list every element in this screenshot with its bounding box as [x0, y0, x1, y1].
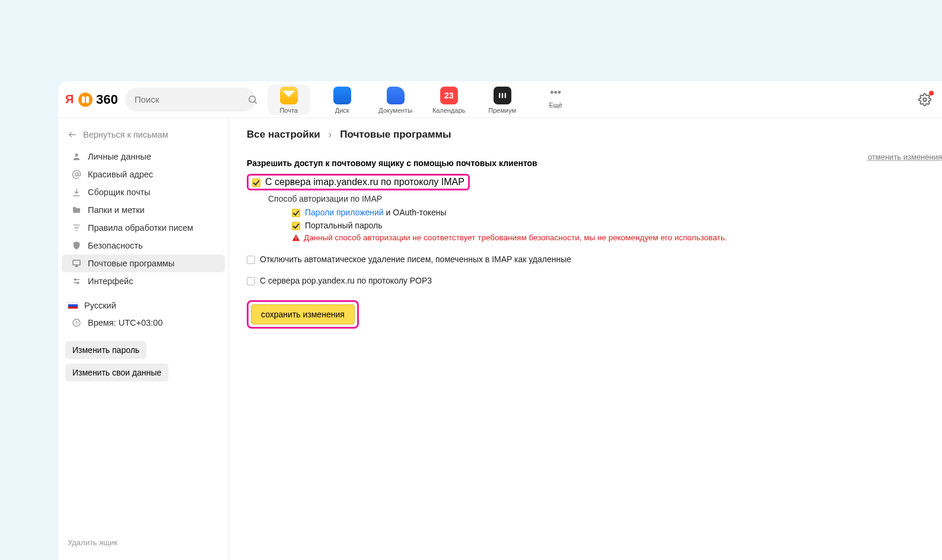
- section-title: Разрешить доступ к почтовому ящику с пом…: [247, 158, 924, 168]
- disable-autodelete-label: Отключить автоматическое удаление писем,…: [260, 254, 571, 264]
- app-mail[interactable]: Почта: [268, 84, 310, 115]
- svg-point-14: [75, 279, 77, 281]
- sidebar-item-label: Сборщик почты: [88, 187, 151, 197]
- sidebar-item-personal[interactable]: Личные данные: [62, 148, 225, 166]
- person-icon: [71, 151, 82, 162]
- search-input[interactable]: [135, 94, 247, 104]
- logo-text: 360: [96, 92, 118, 107]
- sidebar-item-mail-clients[interactable]: Почтовые программы: [62, 254, 225, 272]
- sidebar-item-pretty-address[interactable]: Красивый адрес: [62, 166, 225, 183]
- at-icon: [71, 169, 82, 180]
- sidebar-item-collector[interactable]: Сборщик почты: [62, 183, 225, 201]
- auth-method-title: Способ авторизации по IMAP: [268, 194, 924, 203]
- search-icon[interactable]: [247, 94, 258, 105]
- language-selector[interactable]: Русский: [58, 297, 228, 314]
- app-docs-label: Документы: [378, 107, 412, 114]
- sidebar-item-label: Папки и метки: [88, 205, 145, 215]
- svg-point-0: [249, 96, 256, 103]
- app-more[interactable]: ••• Ещё: [534, 84, 577, 110]
- apps-nav: Почта Диск Документы 23 Календарь Премиу…: [268, 84, 577, 115]
- checkbox-portal-password[interactable]: [292, 222, 300, 230]
- app-disk[interactable]: Диск: [321, 84, 364, 115]
- settings-button[interactable]: [915, 90, 935, 110]
- logo-ya-icon: Я: [65, 93, 77, 107]
- arrow-left-icon: [68, 130, 77, 139]
- app-docs[interactable]: Документы: [374, 84, 417, 115]
- app-premium-label: Премиум: [488, 107, 516, 114]
- checkbox-pop3[interactable]: [247, 277, 255, 285]
- app-passwords-link[interactable]: Пароли приложений: [305, 208, 384, 217]
- svg-rect-3: [502, 93, 503, 98]
- breadcrumb: Все настройки › Почтовые программы: [247, 129, 924, 141]
- app-calendar[interactable]: 23 Календарь: [428, 84, 470, 115]
- filter-icon: [71, 222, 82, 233]
- monitor-icon: [71, 258, 82, 269]
- save-button[interactable]: сохранить изменения: [251, 304, 355, 324]
- docs-icon: [387, 87, 405, 104]
- sidebar-item-folders[interactable]: Папки и метки: [62, 201, 225, 219]
- logo-orb-icon: [78, 93, 93, 107]
- logo[interactable]: Я 360: [65, 92, 118, 107]
- svg-rect-2: [499, 93, 500, 98]
- svg-point-7: [75, 154, 78, 157]
- highlight-imap: С сервера imap.yandex.ru по протоколу IM…: [247, 174, 470, 190]
- folder-icon: [71, 205, 82, 215]
- breadcrumb-current: Почтовые программы: [340, 129, 451, 141]
- chevron-right-icon: ›: [329, 129, 332, 141]
- checkbox-app-passwords[interactable]: [292, 209, 300, 217]
- highlight-save: сохранить изменения: [247, 300, 359, 329]
- svg-point-15: [77, 282, 79, 284]
- svg-point-8: [75, 173, 78, 176]
- search-input-wrap[interactable]: [125, 88, 256, 112]
- sidebar-item-security[interactable]: Безопасность: [62, 237, 225, 254]
- timezone[interactable]: Время: UTC+03:00: [62, 314, 225, 332]
- app-passwords-suffix: и OAuth-токены: [384, 208, 447, 217]
- sidebar-item-label: Личные данные: [88, 152, 151, 161]
- svg-point-5: [923, 98, 927, 101]
- checkbox-imap[interactable]: [252, 179, 260, 187]
- app-premium[interactable]: Премиум: [481, 84, 524, 115]
- warning-label: Данный способ авторизации не соответству…: [304, 233, 727, 242]
- disk-icon: [333, 87, 351, 104]
- app-disk-label: Диск: [335, 107, 349, 114]
- main-content: Все настройки › Почтовые программы отмен…: [229, 118, 942, 560]
- app-mail-label: Почта: [279, 107, 298, 114]
- change-data-button[interactable]: Изменить свои данные: [65, 364, 168, 381]
- mail-icon: [280, 87, 298, 104]
- breadcrumb-root[interactable]: Все настройки: [247, 129, 320, 141]
- svg-rect-4: [504, 93, 505, 98]
- checkbox-disable-autodelete[interactable]: [247, 256, 255, 264]
- warning-text: Данный способ авторизации не соответству…: [292, 233, 924, 242]
- app-passwords-text: Пароли приложений и OAuth-токены: [305, 208, 447, 217]
- delete-mailbox-link[interactable]: Удалить ящик: [58, 532, 228, 553]
- sidebar-item-rules[interactable]: Правила обработки писем: [62, 219, 225, 237]
- premium-icon: [494, 87, 511, 104]
- imap-label: С сервера imap.yandex.ru по протоколу IM…: [265, 177, 464, 187]
- sidebar: Вернуться к письмам Личные данные Красив…: [58, 118, 229, 560]
- app-more-label: Ещё: [549, 101, 562, 109]
- svg-rect-9: [73, 260, 80, 265]
- sidebar-item-label: Безопасность: [88, 241, 143, 250]
- back-to-mail[interactable]: Вернуться к письмам: [58, 125, 228, 148]
- back-label: Вернуться к письмам: [83, 130, 168, 139]
- warning-icon: [292, 234, 300, 242]
- svg-line-1: [254, 101, 256, 103]
- sidebar-item-label: Почтовые программы: [88, 259, 174, 268]
- undo-link[interactable]: отменить изменения: [868, 152, 942, 161]
- portal-password-label: Портальный пароль: [305, 221, 382, 230]
- sidebar-item-interface[interactable]: Интерфейс: [62, 272, 225, 290]
- download-icon: [71, 187, 82, 198]
- clock-icon: [71, 317, 82, 328]
- sidebar-item-label: Интерфейс: [88, 276, 133, 286]
- flag-ru-icon: [68, 302, 78, 309]
- timezone-label: Время: UTC+03:00: [88, 318, 163, 327]
- topbar: Я 360 Почта Диск Документы 23: [58, 81, 942, 118]
- more-icon: •••: [550, 87, 561, 99]
- shield-icon: [71, 240, 82, 251]
- language-label: Русский: [84, 301, 116, 310]
- change-password-button[interactable]: Изменить пароль: [65, 341, 147, 359]
- sidebar-item-label: Красивый адрес: [88, 170, 153, 179]
- pop3-label: С сервера pop.yandex.ru по протоколу POP…: [260, 276, 432, 285]
- notification-dot-icon: [929, 91, 934, 96]
- app-calendar-label: Календарь: [432, 107, 466, 114]
